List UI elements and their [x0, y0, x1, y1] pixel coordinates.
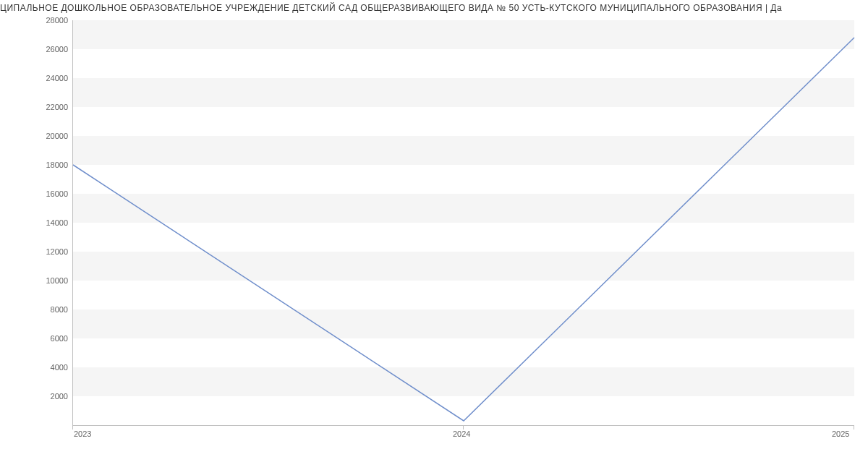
plot-area — [72, 20, 854, 426]
line-series — [73, 20, 854, 425]
chart-area: 2000400060008000100001200014000160001800… — [43, 20, 854, 440]
y-tick-label: 4000 — [32, 363, 68, 372]
y-tick-label: 20000 — [32, 132, 68, 140]
x-tick — [72, 425, 73, 430]
y-tick-label: 14000 — [32, 218, 68, 227]
y-tick-label: 10000 — [32, 276, 68, 285]
y-tick-label: 22000 — [32, 103, 68, 111]
x-tick-label: 2025 — [832, 430, 849, 438]
x-tick-label: 2023 — [74, 430, 91, 438]
y-tick-label: 8000 — [32, 305, 68, 314]
y-tick-label: 24000 — [32, 74, 68, 82]
y-tick-label: 2000 — [32, 392, 68, 401]
y-tick-label: 26000 — [32, 45, 68, 54]
y-tick-label: 6000 — [32, 334, 68, 343]
y-tick-label: 18000 — [32, 161, 68, 169]
y-tick-label: 12000 — [32, 247, 68, 256]
y-tick-label: 28000 — [32, 16, 68, 25]
y-tick-label: 16000 — [32, 189, 68, 198]
x-tick-label: 2024 — [453, 430, 470, 438]
x-tick — [854, 425, 854, 430]
chart-title: ЦИПАЛЬНОЕ ДОШКОЛЬНОЕ ОБРАЗОВАТЕЛЬНОЕ УЧР… — [0, 3, 868, 13]
